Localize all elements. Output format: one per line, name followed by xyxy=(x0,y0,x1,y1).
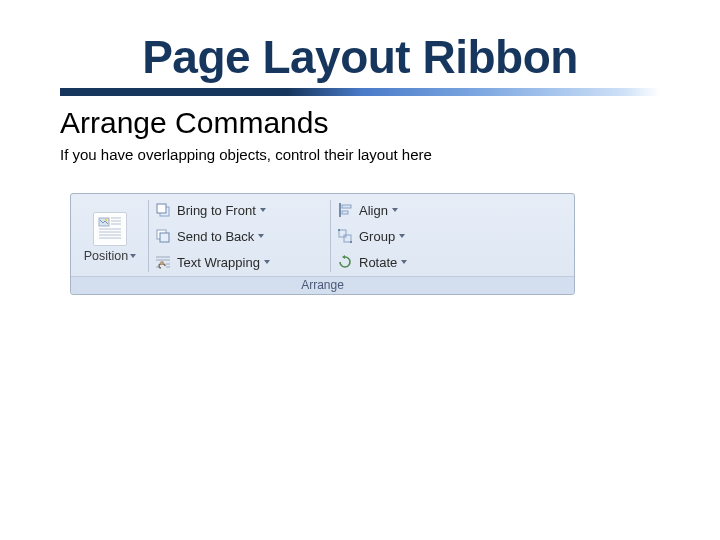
slide-title: Page Layout Ribbon xyxy=(60,30,660,84)
align-button[interactable]: Align xyxy=(334,198,444,222)
svg-point-2 xyxy=(105,218,107,220)
svg-point-16 xyxy=(160,261,164,265)
group-button[interactable]: Group xyxy=(334,224,444,248)
group-icon xyxy=(336,227,354,245)
text-wrapping-button[interactable]: Text Wrapping xyxy=(152,250,327,274)
slide-description: If you have overlapping objects, control… xyxy=(60,146,660,163)
svg-rect-26 xyxy=(350,241,352,243)
bring-to-front-icon xyxy=(154,201,172,219)
cmd-label: Group xyxy=(359,229,395,244)
chevron-down-icon xyxy=(392,208,398,212)
cmd-label: Text Wrapping xyxy=(177,255,260,270)
position-label: Position xyxy=(84,249,128,263)
cmd-label: Rotate xyxy=(359,255,397,270)
svg-rect-13 xyxy=(160,233,169,242)
rotate-icon xyxy=(336,253,354,271)
svg-rect-22 xyxy=(342,211,348,214)
rotate-button[interactable]: Rotate xyxy=(334,250,444,274)
text-wrapping-icon xyxy=(154,253,172,271)
svg-rect-21 xyxy=(342,205,351,208)
bring-to-front-button[interactable]: Bring to Front xyxy=(152,198,327,222)
svg-rect-23 xyxy=(339,230,346,237)
ribbon-group-label: Arrange xyxy=(71,276,574,294)
chevron-down-icon xyxy=(264,260,270,264)
chevron-down-icon xyxy=(399,234,405,238)
chevron-down-icon xyxy=(401,260,407,264)
arrange-ribbon-group: Position Bring to Front xyxy=(70,193,575,295)
cmd-label: Bring to Front xyxy=(177,203,256,218)
position-icon xyxy=(93,212,127,246)
send-to-back-icon xyxy=(154,227,172,245)
svg-rect-11 xyxy=(157,204,166,213)
svg-rect-25 xyxy=(338,229,340,231)
chevron-down-icon xyxy=(260,208,266,212)
svg-rect-24 xyxy=(344,235,351,242)
chevron-down-icon xyxy=(130,254,136,258)
position-button[interactable]: Position xyxy=(75,198,145,274)
chevron-down-icon xyxy=(258,234,264,238)
cmd-label: Send to Back xyxy=(177,229,254,244)
title-underline xyxy=(60,88,660,96)
send-to-back-button[interactable]: Send to Back xyxy=(152,224,327,248)
divider xyxy=(148,200,149,272)
divider xyxy=(330,200,331,272)
align-icon xyxy=(336,201,354,219)
slide-subtitle: Arrange Commands xyxy=(60,106,660,140)
cmd-label: Align xyxy=(359,203,388,218)
